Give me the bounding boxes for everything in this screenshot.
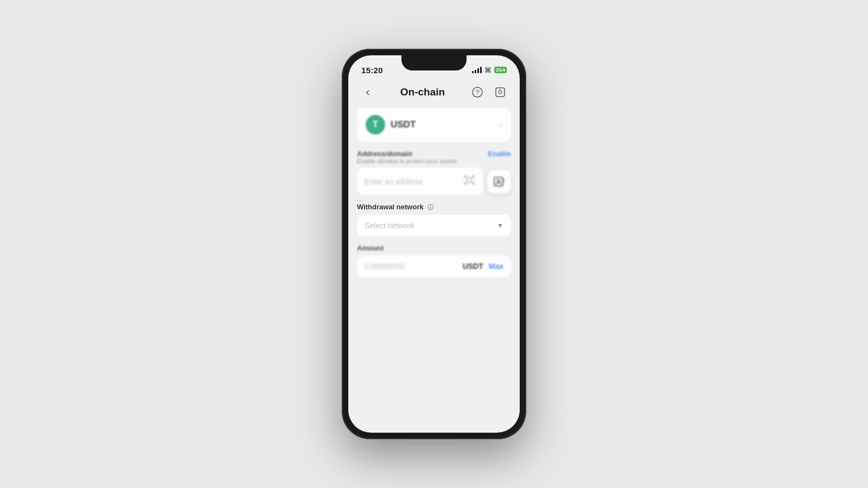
contact-book-button[interactable] (487, 170, 511, 194)
address-header: Address/domain Enable allowlist to prote… (357, 150, 511, 164)
signal-bars-icon (472, 67, 482, 73)
network-dropdown[interactable]: Select network ▼ (357, 215, 511, 236)
network-info-icon: ⓘ (427, 204, 433, 210)
svg-point-3 (499, 91, 502, 94)
contact-icon (493, 176, 505, 188)
nav-bar: ‹ On-chain ? (348, 79, 520, 107)
battery-icon: 2G4 (494, 67, 507, 73)
status-icons: ⌘ 2G4 (472, 66, 507, 74)
network-section: Withdrawal network ⓘ Select network ▼ (357, 203, 511, 236)
svg-text:?: ? (476, 89, 480, 97)
address-placeholder: Enter an address (365, 177, 423, 186)
svg-rect-5 (467, 178, 471, 182)
notch (401, 55, 467, 70)
address-input-row: Enter an address (357, 168, 511, 195)
address-section: Address/domain Enable allowlist to prote… (357, 150, 511, 195)
token-selector[interactable]: T USDT › (357, 107, 511, 142)
nav-actions: ? (469, 84, 509, 101)
help-icon: ? (472, 87, 483, 98)
token-chevron-icon: › (500, 120, 502, 129)
amount-currency: USDT (463, 262, 483, 271)
token-name: USDT (391, 119, 416, 130)
wifi-icon: ⌘ (484, 66, 492, 74)
history-icon (495, 87, 506, 98)
amount-section: Amount 0.00000000 USDT Max (357, 244, 511, 277)
address-sublabel: Enable allowlist to protect your assets (357, 158, 457, 164)
dropdown-arrow-icon: ▼ (497, 222, 503, 229)
network-label: Withdrawal network ⓘ (357, 203, 511, 211)
token-left: T USDT (366, 115, 416, 134)
main-content: T USDT › Address/domain Enable allowlist… (348, 107, 520, 433)
page-title: On-chain (400, 86, 445, 98)
token-icon: T (366, 115, 385, 134)
status-time: 15:20 (361, 66, 383, 75)
address-input-field[interactable]: Enter an address (357, 168, 483, 195)
help-button[interactable]: ? (469, 84, 486, 101)
back-button[interactable]: ‹ (359, 84, 376, 101)
amount-right: USDT Max (463, 262, 503, 271)
amount-input-field[interactable]: 0.00000000 USDT Max (357, 255, 511, 277)
phone-wrapper: 15:20 ⌘ 2G4 ‹ On-chain (342, 49, 526, 439)
svg-point-7 (497, 179, 500, 182)
enable-allowlist-button[interactable]: Enable (488, 150, 511, 158)
address-label: Address/domain (357, 150, 457, 158)
scan-icon (463, 174, 475, 189)
network-placeholder: Select network (365, 221, 414, 230)
history-button[interactable] (492, 84, 509, 101)
max-button[interactable]: Max (489, 262, 503, 271)
phone-screen: 15:20 ⌘ 2G4 ‹ On-chain (348, 55, 520, 433)
amount-label: Amount (357, 244, 511, 252)
amount-placeholder: 0.00000000 (365, 262, 405, 271)
